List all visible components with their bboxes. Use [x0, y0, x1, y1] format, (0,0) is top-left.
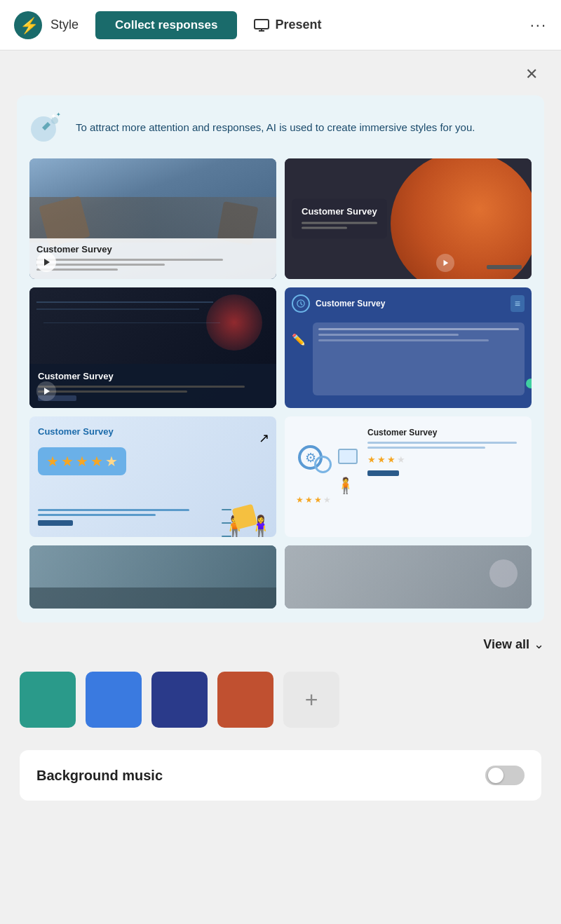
template-card[interactable]: Customer Survey: [285, 158, 532, 279]
more-options-button[interactable]: ···: [530, 16, 547, 34]
arrow-decoration: ↗: [259, 430, 269, 446]
svg-marker-9: [44, 388, 50, 395]
color-swatches: +: [17, 672, 544, 728]
svg-text:⚡: ⚡: [20, 16, 39, 35]
app-logo: ⚡: [14, 11, 42, 39]
plus-icon: +: [305, 687, 318, 713]
present-button[interactable]: Present: [254, 18, 321, 32]
svg-marker-8: [444, 260, 449, 266]
collect-responses-button[interactable]: Collect responses: [95, 11, 237, 39]
swatch-navy[interactable]: [151, 672, 208, 728]
style-panel: ✦ ✦ To attract more attention and respon…: [17, 95, 544, 623]
ai-icon: ✦ ✦: [29, 109, 66, 146]
style-button[interactable]: Style: [50, 18, 79, 32]
view-all-button[interactable]: View all ⌄: [17, 637, 544, 652]
monitor-icon: [254, 19, 269, 32]
present-label: Present: [275, 18, 321, 32]
play-button-3[interactable]: [36, 381, 56, 401]
toggle-knob: [488, 768, 503, 783]
swatch-teal[interactable]: [20, 672, 76, 728]
edit-icon: ✏️: [292, 333, 306, 346]
background-music-toggle[interactable]: [485, 766, 525, 785]
card-title-3: Customer Survey: [38, 371, 268, 381]
card-title-4: Customer Survey: [316, 299, 385, 308]
card-title-2: Customer Survey: [302, 206, 377, 217]
header: ⚡ Style Collect responses Present ···: [0, 0, 561, 50]
svg-text:✦: ✦: [56, 111, 61, 118]
add-color-button[interactable]: +: [283, 672, 339, 728]
template-card[interactable]: [285, 545, 532, 609]
template-card[interactable]: Customer Survey ≡ ✏️: [285, 287, 532, 408]
card-title-1: Customer Survey: [36, 244, 269, 254]
swatch-blue[interactable]: [86, 672, 142, 728]
card-title-6: Customer Survey: [367, 428, 525, 437]
play-button-2[interactable]: [436, 254, 454, 272]
main-content: ✕ ✦ ✦ To attract more attention and resp…: [0, 50, 561, 817]
templates-grid: Customer Survey Customer Surve: [29, 158, 532, 609]
template-card[interactable]: [29, 545, 276, 609]
swatch-rust[interactable]: [217, 672, 273, 728]
ai-banner: ✦ ✦ To attract more attention and respon…: [29, 109, 532, 146]
card-title-5: Customer Survey: [38, 426, 269, 437]
svg-marker-7: [44, 259, 50, 266]
close-button[interactable]: ✕: [519, 62, 544, 87]
template-card[interactable]: Customer Survey ★ ★ ★ ★ ★: [29, 416, 276, 537]
chevron-down-icon: ⌄: [534, 637, 544, 652]
clock-icon: [292, 294, 310, 313]
background-music-label: Background music: [36, 768, 163, 784]
close-row: ✕: [17, 62, 544, 87]
template-card[interactable]: ⚙ ★ ★ ★ ★ 🧍: [285, 416, 532, 537]
svg-text:✦: ✦: [50, 112, 56, 120]
form-icon: ≡: [511, 295, 525, 312]
view-all-label: View all: [483, 637, 529, 652]
play-button-1[interactable]: [36, 252, 56, 272]
svg-rect-2: [255, 20, 269, 29]
status-dot: [526, 379, 532, 388]
template-card[interactable]: Customer Survey: [29, 287, 276, 408]
card-illustration: ⚙ ★ ★ ★ ★ 🧍: [288, 419, 365, 534]
background-music-panel: Background music: [20, 750, 541, 801]
ai-description: To attract more attention and responses,…: [76, 120, 475, 136]
stars-block: ★ ★ ★ ★ ★: [38, 447, 126, 475]
template-card[interactable]: Customer Survey: [29, 158, 276, 279]
